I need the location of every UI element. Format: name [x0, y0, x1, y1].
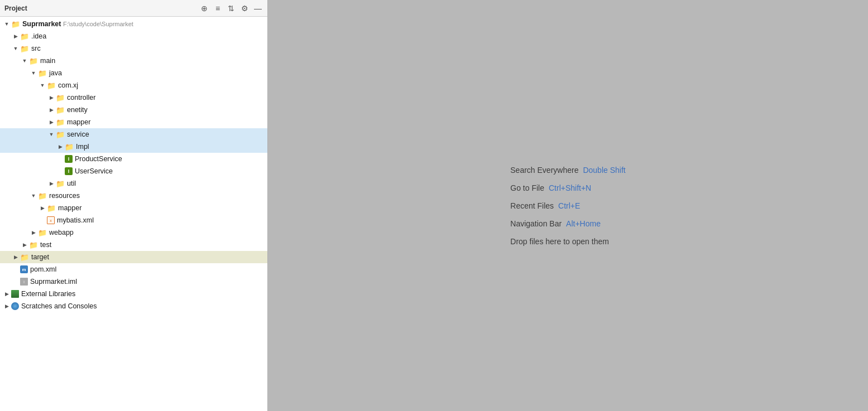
- arrow-mapper: [47, 119, 56, 125]
- locate-icon[interactable]: ⊕: [199, 3, 209, 13]
- tree-item-mybatis-xml[interactable]: x mybatis.xml: [0, 214, 267, 226]
- arrow-webapp: [29, 230, 38, 235]
- tree-item-external-libraries[interactable]: External Libraries: [0, 288, 267, 300]
- tree-item-suprmarket[interactable]: 📁 Suprmarket F:\study\code\Suprmarket: [0, 18, 267, 30]
- tree-item-pom-xml[interactable]: m pom.xml: [0, 263, 267, 275]
- label-main: main: [40, 57, 55, 65]
- folder-icon-suprmarket: 📁: [11, 20, 20, 28]
- tree-item-scratches[interactable]: Scratches and Consoles: [0, 300, 267, 312]
- tree-item-enetity[interactable]: 📁 enetity: [0, 104, 267, 116]
- tree-item-test[interactable]: 📁 test: [0, 239, 267, 251]
- folder-icon-main: 📁: [29, 56, 38, 65]
- arrow-enetity: [47, 107, 56, 113]
- tree-item-util[interactable]: 📁 util: [0, 177, 267, 190]
- tree-item-res-mapper[interactable]: 📁 mapper: [0, 202, 267, 214]
- folder-icon-target: 📁: [20, 253, 29, 262]
- folder-icon-src: 📁: [20, 44, 29, 53]
- hint-drop-files-label: Drop files here to open them: [510, 237, 609, 246]
- label-java: java: [49, 69, 62, 77]
- label-src: src: [31, 45, 41, 52]
- tree-item-webapp[interactable]: 📁 webapp: [0, 226, 267, 239]
- maven-icon-pom: m: [20, 265, 28, 273]
- arrow-suprmarket: [2, 21, 11, 27]
- label-suprmarket: Suprmarket: [22, 20, 61, 28]
- label-service: service: [67, 130, 89, 138]
- arrow-main: [20, 58, 29, 64]
- folder-icon-java: 📁: [38, 69, 47, 78]
- hint-search-everywhere-shortcut: Double Shift: [583, 166, 625, 175]
- collapse-icon[interactable]: ⇅: [226, 3, 236, 13]
- hint-navigation-bar-label: Navigation Bar: [510, 219, 562, 228]
- editor-area: Search Everywhere Double Shift Go to Fil…: [268, 0, 868, 411]
- label-target: target: [31, 253, 49, 261]
- external-libraries-icon: [11, 290, 19, 298]
- label-impl: Impl: [76, 143, 89, 151]
- label-scratches: Scratches and Consoles: [21, 302, 97, 310]
- tree-item-controller[interactable]: 📁 controller: [0, 91, 267, 104]
- folder-icon-service: 📁: [56, 130, 65, 139]
- folder-icon-idea: 📁: [20, 32, 29, 41]
- label-util: util: [67, 180, 76, 187]
- tree-item-impl[interactable]: 📁 Impl: [0, 141, 267, 153]
- interface-icon-userservice: I: [65, 167, 73, 175]
- folder-icon-com-xj: 📁: [47, 81, 56, 90]
- arrow-controller: [47, 95, 56, 100]
- tree-item-userservice[interactable]: I UserService: [0, 165, 267, 177]
- arrow-src: [11, 46, 20, 51]
- close-icon[interactable]: —: [253, 3, 263, 13]
- interface-icon-productservice: I: [65, 155, 73, 163]
- tree-item-main[interactable]: 📁 main: [0, 55, 267, 67]
- path-suprmarket: F:\study\code\Suprmarket: [63, 21, 133, 27]
- label-idea: .idea: [31, 32, 46, 40]
- xml-icon-mybatis: x: [47, 216, 55, 224]
- label-userservice: UserService: [75, 167, 113, 175]
- hint-area: Search Everywhere Double Shift Go to Fil…: [510, 166, 625, 246]
- folder-icon-resources: 📁: [38, 191, 47, 200]
- hint-recent-files: Recent Files Ctrl+E: [510, 201, 625, 210]
- tree-item-mapper[interactable]: 📁 mapper: [0, 116, 267, 128]
- arrow-scratches: [2, 303, 11, 309]
- label-mapper: mapper: [67, 118, 90, 126]
- label-suprmarket-iml: Suprmarket.iml: [30, 278, 77, 286]
- tree-item-target[interactable]: 📁 target: [0, 251, 267, 263]
- panel-title: Project: [4, 4, 196, 12]
- tree-item-java[interactable]: 📁 java: [0, 67, 267, 79]
- hint-navigation-bar-shortcut: Alt+Home: [566, 219, 601, 228]
- label-com-xj: com.xj: [58, 81, 78, 89]
- panel-header: Project ⊕ ≡ ⇅ ⚙ —: [0, 0, 267, 17]
- tree-item-com-xj[interactable]: 📁 com.xj: [0, 79, 267, 91]
- tree-item-suprmarket-iml[interactable]: i Suprmarket.iml: [0, 275, 267, 288]
- hint-search-everywhere-label: Search Everywhere: [510, 166, 578, 175]
- folder-icon-controller: 📁: [56, 93, 65, 102]
- tree-item-resources[interactable]: 📁 resources: [0, 190, 267, 202]
- folder-icon-webapp: 📁: [38, 228, 47, 237]
- hint-drop-files: Drop files here to open them: [510, 237, 625, 246]
- hint-recent-files-label: Recent Files: [510, 201, 554, 210]
- scratches-icon: [11, 302, 19, 310]
- project-tree: 📁 Suprmarket F:\study\code\Suprmarket 📁 …: [0, 17, 267, 411]
- tree-item-idea[interactable]: 📁 .idea: [0, 30, 267, 42]
- arrow-external-libraries: [2, 291, 11, 297]
- settings-icon[interactable]: ⚙: [239, 3, 250, 13]
- arrow-resources: [29, 193, 38, 199]
- hint-search-everywhere: Search Everywhere Double Shift: [510, 166, 625, 175]
- label-productservice: ProductService: [75, 155, 122, 163]
- label-webapp: webapp: [49, 229, 74, 236]
- align-icon[interactable]: ≡: [213, 3, 223, 13]
- hint-navigation-bar: Navigation Bar Alt+Home: [510, 219, 625, 228]
- tree-item-productservice[interactable]: I ProductService: [0, 153, 267, 165]
- arrow-impl: [56, 144, 65, 149]
- folder-icon-enetity: 📁: [56, 105, 65, 114]
- tree-item-src[interactable]: 📁 src: [0, 42, 267, 55]
- folder-icon-mapper: 📁: [56, 118, 65, 127]
- tree-item-service[interactable]: 📁 service: [0, 128, 267, 141]
- project-panel: Project ⊕ ≡ ⇅ ⚙ — 📁 Suprmarket F:\study\…: [0, 0, 268, 411]
- arrow-test: [20, 242, 29, 248]
- folder-icon-util: 📁: [56, 179, 65, 188]
- hint-go-to-file-shortcut: Ctrl+Shift+N: [549, 183, 591, 192]
- folder-icon-impl: 📁: [65, 142, 74, 151]
- arrow-java: [29, 70, 38, 76]
- arrow-target: [11, 254, 20, 260]
- arrow-service: [47, 132, 56, 137]
- label-resources: resources: [49, 192, 80, 200]
